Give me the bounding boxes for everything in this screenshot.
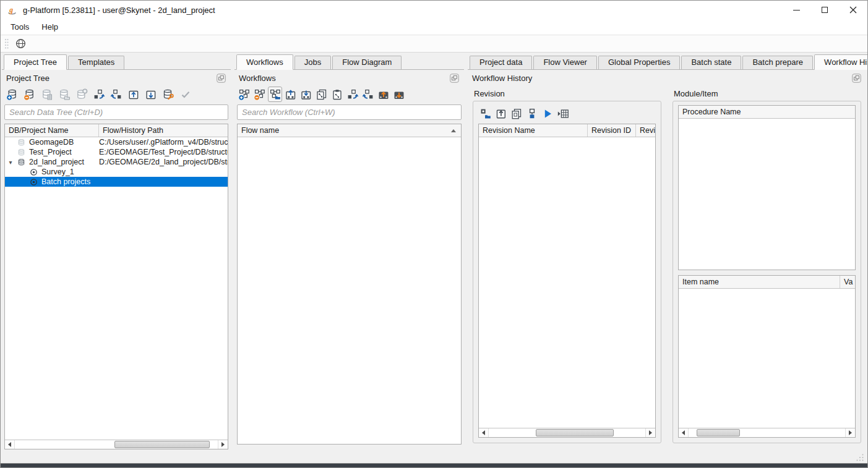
scrollbar-thumb[interactable] xyxy=(697,429,741,436)
column-procedure-name[interactable]: Procedure Name xyxy=(679,106,855,118)
tab-flow-diagram[interactable]: Flow Diagram xyxy=(332,56,402,69)
workflow-commit-button[interactable] xyxy=(376,87,390,102)
revision-open-button[interactable] xyxy=(478,106,492,121)
column-item-name[interactable]: Item name xyxy=(679,276,840,288)
tab-batch-state[interactable]: Batch state xyxy=(681,56,741,69)
minimize-button[interactable] xyxy=(782,1,810,19)
title-bar: g g-Platform [5.23811] - user@Skynet - 2… xyxy=(1,1,867,19)
project-tree-table-header: DB/Project Name Flow/History Path xyxy=(5,124,228,137)
scrollbar-thumb[interactable] xyxy=(536,429,614,436)
tab-flow-viewer[interactable]: Flow Viewer xyxy=(533,56,597,69)
scroll-right-button[interactable] xyxy=(645,428,655,437)
workflow-export-icon xyxy=(300,88,312,101)
redo-button[interactable] xyxy=(108,87,124,102)
revision-section: Revision xyxy=(473,87,661,451)
workspace: Project Tree Templates Project Tree xyxy=(1,53,867,452)
scrollbar-thumb[interactable] xyxy=(114,441,210,448)
revision-import-button[interactable] xyxy=(494,106,508,121)
database-add-button[interactable] xyxy=(4,87,20,102)
database-remove-button[interactable] xyxy=(22,87,38,102)
left-dock: Project Tree Templates Project Tree xyxy=(2,54,231,451)
float-panel-button[interactable] xyxy=(449,73,460,83)
workflow-remove-icon xyxy=(254,88,266,101)
tab-templates[interactable]: Templates xyxy=(68,56,124,69)
workflow-export-button[interactable] xyxy=(299,87,313,102)
check-icon xyxy=(179,88,192,101)
import-archive-button[interactable] xyxy=(126,87,142,102)
globe-button[interactable] xyxy=(12,36,29,51)
workflows-toolbar xyxy=(234,86,464,103)
undo-button[interactable] xyxy=(91,87,107,102)
scroll-left-button[interactable] xyxy=(5,440,15,449)
workflow-history-panel-header: Workflow History xyxy=(468,70,866,86)
scroll-right-button[interactable] xyxy=(218,440,228,449)
database-close-button[interactable] xyxy=(74,87,90,102)
expand-arrow-icon[interactable]: ▾ xyxy=(5,159,16,166)
float-panel-button[interactable] xyxy=(851,73,862,83)
redo-button[interactable] xyxy=(361,87,375,102)
search-workflow-input[interactable] xyxy=(237,104,462,120)
tree-row-geomagedb[interactable]: GeomageDB C:/Users/user/.gPlatform_v4/DB… xyxy=(5,137,228,147)
workflow-commit-icon xyxy=(377,88,390,101)
export-archive-button[interactable] xyxy=(143,87,159,102)
module-item-label: Module/Item xyxy=(672,87,861,101)
scroll-left-button[interactable] xyxy=(479,428,489,437)
scroll-right-button[interactable] xyxy=(845,428,855,437)
database-duplicate-button[interactable] xyxy=(39,87,55,102)
revision-copy-icon xyxy=(510,108,523,120)
workflow-open-button[interactable] xyxy=(268,87,282,102)
undo-button[interactable] xyxy=(345,87,359,102)
maximize-button[interactable] xyxy=(810,1,839,19)
revision-hscrollbar[interactable] xyxy=(479,428,655,437)
tab-batch-prepare[interactable]: Batch prepare xyxy=(742,56,813,69)
tab-jobs[interactable]: Jobs xyxy=(294,56,331,69)
tree-row-2d-land-project[interactable]: ▾ 2d_land_project D:/GEOMAGE/2d_land_pro… xyxy=(5,157,228,167)
tree-row-batch-projects[interactable]: Batch projects xyxy=(5,177,228,187)
float-icon xyxy=(217,74,226,83)
tree-row-survey-1[interactable]: Survey_1 xyxy=(5,167,228,177)
revision-show-table-button[interactable] xyxy=(556,106,570,121)
column-flow-history-path[interactable]: Flow/History Path xyxy=(99,124,228,137)
workflow-remove-button[interactable] xyxy=(252,87,267,102)
menu-tools[interactable]: Tools xyxy=(4,19,35,35)
column-db-project-name[interactable]: DB/Project Name xyxy=(5,124,99,137)
search-data-tree-input[interactable] xyxy=(4,104,228,120)
column-value[interactable]: Va xyxy=(840,276,855,288)
workflow-add-button[interactable] xyxy=(237,87,251,102)
menu-help[interactable]: Help xyxy=(35,19,64,35)
center-tabbar: Workflows Jobs Flow Diagram xyxy=(234,54,464,70)
resize-grip[interactable] xyxy=(856,453,864,462)
workflow-paste-button[interactable] xyxy=(330,87,344,102)
workflow-import-button[interactable] xyxy=(283,87,298,102)
database-open-button[interactable] xyxy=(56,87,72,102)
project-tree-hscrollbar[interactable] xyxy=(5,440,228,449)
database-light-icon xyxy=(16,148,26,156)
revision-merge-button[interactable] xyxy=(525,106,539,121)
tab-project-data[interactable]: Project data xyxy=(470,56,532,69)
column-revision-id[interactable]: Revision ID xyxy=(588,124,636,137)
column-revision-name[interactable]: Revision Name xyxy=(479,124,588,137)
validate-check-button[interactable] xyxy=(178,87,194,102)
workflow-update-button[interactable] xyxy=(392,87,406,102)
status-bar xyxy=(1,449,867,463)
panel-title: Project Tree xyxy=(6,74,49,83)
scroll-left-button[interactable] xyxy=(679,428,689,437)
right-dock: Project data Flow Viewer Global Properti… xyxy=(468,54,866,451)
window-controls xyxy=(782,1,867,19)
workflow-copy-button[interactable] xyxy=(314,87,329,102)
revision-copy-button[interactable] xyxy=(509,106,523,121)
float-icon xyxy=(450,74,459,83)
toolbar-drag-handle[interactable] xyxy=(4,38,9,49)
tree-row-test-project[interactable]: Test_Project E:/GEOMAGE/Test_Project/DB/… xyxy=(5,147,228,157)
revision-run-button[interactable] xyxy=(540,106,554,121)
tab-project-tree[interactable]: Project Tree xyxy=(4,54,67,70)
column-revision-extra[interactable]: Revi xyxy=(636,124,655,137)
database-tools-button[interactable] xyxy=(160,87,176,102)
column-flow-name[interactable]: Flow name xyxy=(238,124,461,137)
item-hscrollbar[interactable] xyxy=(679,428,855,437)
tab-workflows[interactable]: Workflows xyxy=(236,54,293,70)
tab-global-properties[interactable]: Global Properties xyxy=(598,56,680,69)
float-panel-button[interactable] xyxy=(216,73,226,83)
close-button[interactable] xyxy=(839,1,867,19)
tab-workflow-history[interactable]: Workflow History xyxy=(814,54,868,70)
